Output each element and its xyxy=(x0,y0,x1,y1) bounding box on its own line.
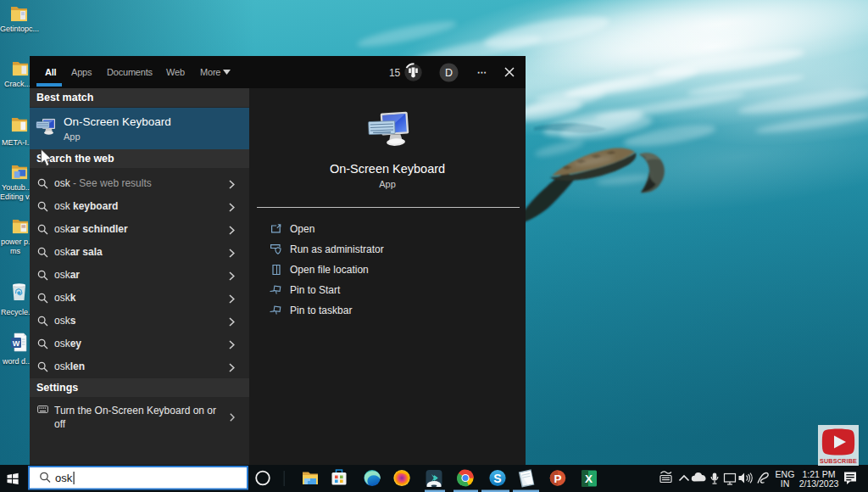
svg-text:W: W xyxy=(13,339,20,348)
svg-text:osk: osk xyxy=(55,472,73,484)
svg-text:D: D xyxy=(445,67,453,79)
svg-text:S: S xyxy=(493,472,501,485)
svg-text:P: P xyxy=(554,472,561,485)
svg-text:2/13/2023: 2/13/2023 xyxy=(799,478,839,489)
svg-text:X: X xyxy=(585,472,593,485)
svg-text:SUBSCRIBE: SUBSCRIBE xyxy=(820,457,857,465)
svg-text:IN: IN xyxy=(781,478,790,489)
